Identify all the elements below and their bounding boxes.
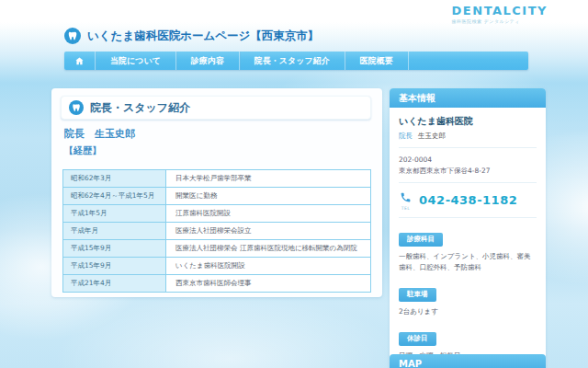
- career-table-row: 平成1年5月江原歯科医院開設: [63, 205, 371, 223]
- section-text: 一般歯科、インプラント、小児歯科、審美歯科、口腔外科、予防歯科: [399, 251, 537, 273]
- clinic-name: いくたま歯科医院: [399, 115, 537, 128]
- career-date-cell: 平成21年4月: [63, 275, 166, 293]
- career-table: 昭和62年3月日本大学松戸歯学部卒業昭和62年4月～平成1年5月開業医に勤務平成…: [62, 169, 371, 293]
- director-heading: 院長 生玉史郎: [64, 127, 135, 141]
- page-title: 院長・スタッフ紹介: [90, 100, 190, 116]
- clinic-address: 東京都西東京市下保谷4-8-27: [399, 166, 537, 177]
- career-table-row: 平成21年4月西東京市歯科医師会理事: [63, 275, 371, 293]
- main-nav: 当院について診療内容院長・スタッフ紹介医院概要: [64, 52, 528, 70]
- basic-info-sidebar: 基本情報 いくたま歯科医院 院長生玉史郎 202-0004 東京都西東京市下保谷…: [390, 88, 546, 368]
- dentalcity-logo-text: DENTALCITY: [452, 4, 548, 17]
- home-icon: [74, 56, 85, 66]
- site-title-link[interactable]: いくたま歯科医院ホームページ【西東京市】: [64, 28, 319, 44]
- director-label: 院長: [399, 132, 413, 140]
- tooth-icon: [64, 28, 81, 44]
- tooth-icon: [69, 100, 84, 115]
- career-table-row: 平成年月医療法人社団柳栄会設立: [63, 223, 371, 240]
- nav-item-0[interactable]: 当院について: [96, 52, 176, 70]
- career-event-cell: 江原歯科医院開設: [166, 205, 371, 223]
- section-badge: 休診日: [399, 332, 436, 346]
- career-table-body: 昭和62年3月日本大学松戸歯学部卒業昭和62年4月～平成1年5月開業医に勤務平成…: [63, 170, 371, 293]
- dentalcity-logo[interactable]: DENTALCITY 歯科医院検索 デンタルシティ: [452, 4, 548, 24]
- phone-icon-wrap: TEL: [399, 190, 413, 211]
- career-table-row: 昭和62年3月日本大学松戸歯学部卒業: [63, 170, 371, 188]
- career-date-cell: 平成15年9月: [63, 240, 166, 258]
- career-date-cell: 昭和62年4月～平成1年5月: [63, 188, 166, 205]
- map-card: MAP: [390, 354, 546, 368]
- phone-row[interactable]: TEL 042-438-1182: [399, 190, 537, 211]
- section-badge: 診療科目: [399, 233, 443, 247]
- page-title-bar: 院長・スタッフ紹介: [61, 96, 371, 120]
- phone-icon: [400, 191, 412, 203]
- career-table-row: 平成15年9月医療法人社団柳栄会 江原歯科医院現地に移転開業の為閉院: [63, 240, 371, 258]
- tel-label: TEL: [399, 206, 413, 211]
- career-table-row: 平成15年9月いくたま歯科医院開設: [63, 258, 371, 275]
- career-event-cell: 医療法人社団柳栄会 江原歯科医院現地に移転開業の為閉院: [166, 240, 371, 258]
- dentalcity-logo-subtitle: 歯科医院検索 デンタルシティ: [452, 18, 548, 24]
- career-event-cell: 日本大学松戸歯学部卒業: [166, 170, 371, 188]
- career-date-cell: 平成年月: [63, 223, 166, 240]
- director-name: 生玉史郎: [418, 132, 446, 140]
- career-event-cell: 西東京市歯科医師会理事: [166, 275, 371, 293]
- cloud-shape: [55, 294, 404, 368]
- divider: [399, 217, 537, 218]
- section-text: 2台あります: [399, 306, 537, 317]
- director-row: 院長生玉史郎: [399, 132, 537, 141]
- career-table-row: 昭和62年4月～平成1年5月開業医に勤務: [63, 188, 371, 205]
- career-section-heading: 【経歴】: [64, 144, 101, 157]
- phone-number: 042-438-1182: [419, 193, 517, 207]
- sidebar-section-1: 駐車場2台あります: [399, 282, 537, 317]
- sidebar-header: 基本情報: [390, 88, 546, 108]
- map-header: MAP: [390, 354, 546, 368]
- career-event-cell: いくたま歯科医院開設: [166, 258, 371, 275]
- nav-items: 当院について診療内容院長・スタッフ紹介医院概要: [96, 52, 409, 70]
- career-date-cell: 平成1年5月: [63, 205, 166, 223]
- nav-item-2[interactable]: 院長・スタッフ紹介: [240, 52, 345, 70]
- postal-code: 202-0004: [399, 155, 537, 166]
- main-content-panel: 院長・スタッフ紹介 院長 生玉史郎 【経歴】 昭和62年3月日本大学松戸歯学部卒…: [51, 88, 382, 297]
- nav-item-1[interactable]: 診療内容: [176, 52, 240, 70]
- sidebar-body: いくたま歯科医院 院長生玉史郎 202-0004 東京都西東京市下保谷4-8-2…: [390, 108, 546, 368]
- divider: [399, 147, 537, 148]
- career-date-cell: 昭和62年3月: [63, 170, 166, 188]
- site-title-text: いくたま歯科医院ホームページ【西東京市】: [87, 29, 319, 44]
- career-event-cell: 医療法人社団柳栄会設立: [166, 223, 371, 240]
- career-event-cell: 開業医に勤務: [166, 188, 371, 205]
- nav-item-3[interactable]: 医院概要: [345, 52, 409, 70]
- sidebar-section-0: 診療科目一般歯科、インプラント、小児歯科、審美歯科、口腔外科、予防歯科: [399, 227, 537, 273]
- sidebar-sections: 診療科目一般歯科、インプラント、小児歯科、審美歯科、口腔外科、予防歯科駐車場2台…: [399, 227, 537, 368]
- divider: [399, 182, 537, 183]
- section-badge: 駐車場: [399, 288, 436, 302]
- nav-home-button[interactable]: [64, 52, 96, 70]
- career-date-cell: 平成15年9月: [63, 258, 166, 275]
